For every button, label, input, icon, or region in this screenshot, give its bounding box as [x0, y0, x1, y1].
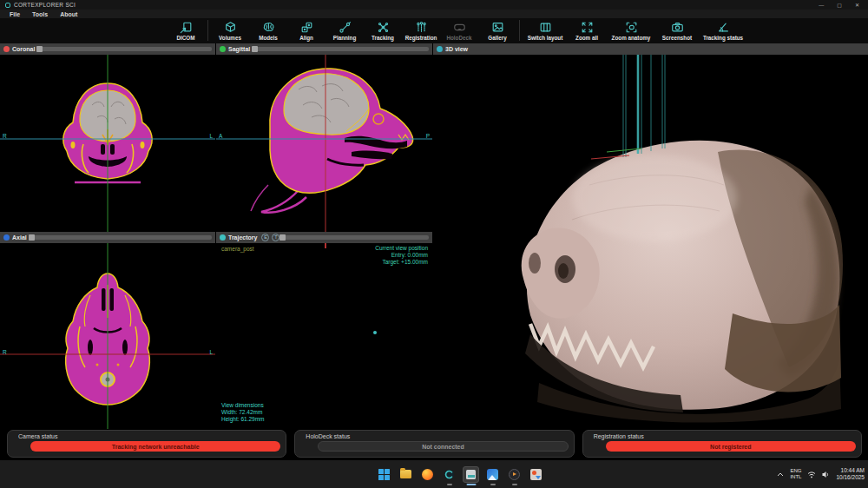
camera-status-badge: Tracking network unreachable [30, 441, 280, 452]
tray-chevron-icon[interactable] [777, 472, 784, 477]
dicom-import-icon [180, 21, 193, 34]
cortexplorer-icon [444, 469, 455, 480]
cortexplorer-window: CORTEXPLORER SCI — ▢ ✕ File Tools About … [0, 0, 868, 488]
start-button[interactable] [375, 462, 393, 486]
trajectory-canvas[interactable]: camera_post Current view position Entry:… [216, 243, 432, 429]
firefox-button[interactable] [418, 462, 437, 486]
toolbar-planning-button[interactable]: Planning [326, 18, 364, 41]
window-title: CORTEXPLORER SCI [14, 2, 76, 8]
cortexplorer-taskbar-button[interactable] [440, 462, 458, 486]
trajectory-header: Trajectory E T [216, 232, 432, 243]
trajectory-label: Trajectory [228, 234, 257, 241]
toolbar-dicom-button[interactable]: DICOM [167, 18, 205, 41]
title-bar[interactable]: CORTEXPLORER SCI — ▢ ✕ [0, 0, 868, 10]
toolbar-volumes-button[interactable]: Volumes [211, 18, 249, 41]
menu-file[interactable]: File [3, 11, 26, 17]
coronal-slice-slider[interactable] [39, 47, 212, 51]
trajectory-position-slider[interactable] [282, 235, 429, 240]
sagittal-slice-slider[interactable] [254, 47, 429, 51]
orientation-left-label: R [3, 134, 7, 140]
target-point-button[interactable]: T [272, 234, 279, 241]
coronal-slice-canvas[interactable] [0, 55, 215, 232]
file-explorer-button[interactable] [397, 462, 415, 486]
coronal-viewport: Coronal [0, 43, 215, 232]
volume-cube-icon [224, 21, 237, 34]
sagittal-slice-canvas[interactable] [216, 55, 432, 232]
3d-skull-canvas[interactable] [433, 55, 868, 429]
coronal-label: Coronal [12, 46, 35, 52]
network-icon[interactable] [807, 471, 816, 478]
language-indicator[interactable]: ENG INTL [790, 468, 801, 480]
clock[interactable]: 10:44 AM 10/16/2025 [836, 467, 865, 481]
camera-icon [671, 21, 684, 34]
menu-tools[interactable]: Tools [26, 11, 54, 17]
media-player-button[interactable] [505, 462, 523, 486]
photos-button[interactable] [483, 462, 502, 486]
orientation-right-label: P [426, 134, 430, 140]
trajectory-guide-lines [623, 55, 665, 157]
installer-button[interactable] [527, 462, 545, 486]
toolbar-gallery-button[interactable]: Gallery [478, 18, 516, 41]
volume-icon[interactable] [822, 471, 830, 478]
sagittal-header: Sagittal [216, 43, 432, 55]
current-view-position-readout: Current view position Entry: 0.00mm Targ… [375, 245, 428, 266]
entry-point-button[interactable]: E [261, 234, 269, 241]
menu-about[interactable]: About [54, 11, 83, 17]
running-indicator [447, 484, 452, 485]
registration-status-badge: Not registered [606, 441, 856, 452]
minimize-button[interactable]: — [819, 3, 824, 8]
axial-crosshair[interactable] [0, 243, 215, 429]
holodeck-status-title: HoloDeck status [306, 433, 568, 439]
active-app-button[interactable] [462, 462, 480, 486]
toolbar-registration-button[interactable]: Registration [402, 18, 440, 41]
toolbar-tracking-button[interactable]: Tracking [364, 18, 402, 41]
trajectory-viewport: Trajectory E T camera_post Current view … [216, 232, 432, 429]
trajectory-dot [220, 234, 226, 241]
holodeck-status-panel: HoloDeck status Not connected [294, 430, 574, 458]
align-cubes-icon [300, 21, 313, 34]
tray-date: 10/16/2025 [836, 474, 865, 481]
orientation-right-label: L [209, 350, 213, 356]
toolbar-tracking-status-button[interactable]: Tracking status [698, 18, 748, 41]
toolbar-zoom-all-button[interactable]: Zoom all [568, 18, 606, 41]
coronal-header: Coronal [0, 43, 215, 55]
toolbar-zoom-anatomy-button[interactable]: Zoom anatomy [606, 18, 656, 41]
sagittal-slider-handle[interactable] [252, 46, 258, 52]
toolbar-align-button[interactable]: Align [287, 18, 326, 41]
zoom-all-arrows-icon [581, 21, 594, 34]
system-tray: ENG INTL 10:44 AM 10/16/2025 [777, 460, 865, 488]
sagittal-label: Sagittal [228, 46, 250, 52]
tracker-cross-icon [377, 21, 390, 34]
active-indicator [466, 484, 476, 485]
axial-slice-slider[interactable] [31, 235, 212, 240]
trajectory-name-label: camera_post [221, 246, 254, 252]
maximize-button[interactable]: ▢ [837, 3, 842, 8]
tray-time: 10:44 AM [836, 467, 865, 474]
media-player-icon [509, 469, 520, 480]
zoom-anatomy-icon [625, 21, 638, 34]
coronal-slider-handle[interactable] [36, 46, 43, 52]
camera-status-panel: Camera status Tracking network unreachab… [7, 430, 286, 458]
axial-slice-canvas[interactable] [0, 243, 215, 429]
gallery-image-icon [491, 21, 504, 34]
windows-logo-icon [378, 469, 390, 480]
running-indicator [512, 484, 517, 485]
axial-slider-handle[interactable] [29, 234, 35, 241]
toolbar-screenshot-button[interactable]: Screenshot [656, 18, 698, 41]
installer-icon [530, 469, 542, 480]
trajectory-slider-handle[interactable] [279, 234, 286, 241]
close-button[interactable]: ✕ [855, 3, 859, 8]
registration-status-panel: Registration status Not registered [582, 430, 862, 458]
trajectory-point-marker[interactable] [373, 331, 377, 334]
toolbar-models-button[interactable]: Models [249, 18, 287, 41]
toolbar-switch-layout-button[interactable]: Switch layout [523, 18, 568, 41]
firefox-icon [422, 469, 433, 480]
active-app-icon [463, 466, 479, 483]
coronal-crosshair[interactable] [0, 55, 215, 232]
toolbar-separator [519, 20, 520, 41]
toolbar-separator [207, 20, 208, 41]
main-toolbar: DICOM Volumes Models Align Planning Trac… [0, 18, 868, 43]
coronal-plane-dot [3, 46, 10, 52]
app-logo-icon [5, 3, 10, 8]
coronal-plane-tick [325, 243, 326, 248]
